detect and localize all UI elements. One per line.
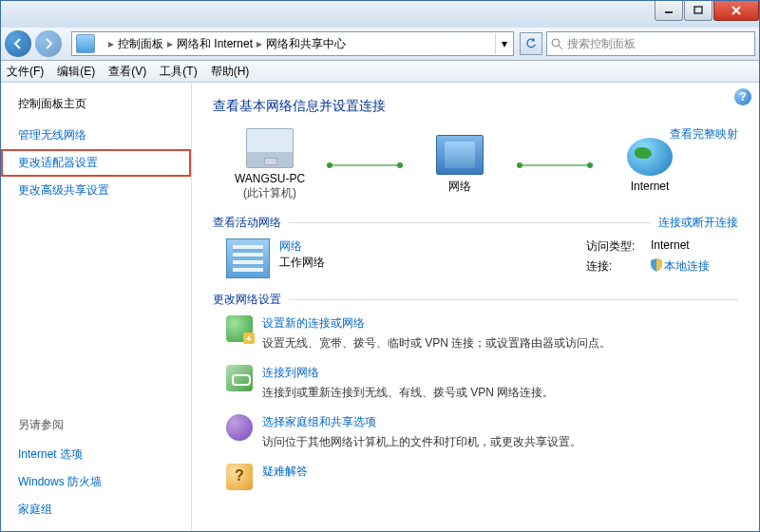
page-title: 查看基本网络信息并设置连接 [213,98,738,115]
local-connection-link[interactable]: 本地连接 [651,258,710,275]
globe-icon [627,138,673,176]
active-networks-section: 查看活动网络连接或断开连接 网络 工作网络 访问类型:Internet 连接:本… [213,215,738,278]
svg-rect-1 [694,7,702,13]
task-new-connection[interactable]: 设置新的连接或网络设置无线、宽带、拨号、临时或 VPN 连接；或设置路由器或访问… [226,315,738,352]
forward-button[interactable] [35,30,62,57]
sidebar: 控制面板主页 管理无线网络 更改适配器设置 更改高级共享设置 另请参阅 Inte… [1,83,192,531]
control-panel-icon [76,34,95,53]
refresh-button[interactable] [520,32,542,55]
change-settings-header: 更改网络设置 [213,292,281,308]
change-settings-section: 更改网络设置 设置新的连接或网络设置无线、宽带、拨号、临时或 VPN 连接；或设… [213,292,738,490]
link-line [517,164,593,166]
menubar: 文件(F) 编辑(E) 查看(V) 工具(T) 帮助(H) [1,61,759,83]
sidebar-item-wireless[interactable]: 管理无线网络 [1,122,191,149]
address-bar[interactable]: ▸控制面板▸网络和 Internet▸网络和共享中心 ▾ [71,31,514,56]
menu-edit[interactable]: 编辑(E) [57,64,95,80]
svg-point-4 [552,39,560,47]
sidebar-seealso-firewall[interactable]: Windows 防火墙 [1,468,191,496]
active-network-row: 网络 工作网络 访问类型:Internet 连接:本地连接 [213,238,738,278]
sidebar-seealso-internet-options[interactable]: Internet 选项 [1,441,191,468]
work-network-icon [226,238,270,278]
svg-line-5 [559,46,562,49]
active-network-type[interactable]: 工作网络 [279,255,325,271]
new-connection-icon [226,315,253,342]
homegroup-icon [226,414,253,441]
search-icon [551,38,563,50]
active-networks-header: 查看活动网络 [213,215,281,231]
menu-help[interactable]: 帮助(H) [211,64,250,80]
node-network: 网络 [403,135,517,195]
active-network-name[interactable]: 网络 [279,238,325,255]
body: 控制面板主页 管理无线网络 更改适配器设置 更改高级共享设置 另请参阅 Inte… [1,83,759,531]
active-network-props: 访问类型:Internet 连接:本地连接 [586,238,710,278]
full-map-link[interactable]: 查看完整映射 [670,126,738,142]
control-panel-home-link[interactable]: 控制面板主页 [1,96,191,122]
sidebar-item-adapter-settings[interactable]: 更改适配器设置 [1,149,191,177]
node-internet: Internet [593,138,707,193]
shield-icon [651,258,662,272]
window: ▸控制面板▸网络和 Internet▸网络和共享中心 ▾ 搜索控制面板 文件(F… [0,0,760,532]
troubleshoot-icon [226,464,253,490]
sidebar-item-advanced-sharing[interactable]: 更改高级共享设置 [1,177,191,204]
connect-disconnect-link[interactable]: 连接或断开连接 [658,215,738,231]
address-dropdown[interactable]: ▾ [495,33,513,54]
help-icon[interactable]: ? [734,88,751,105]
menu-tools[interactable]: 工具(T) [160,64,197,80]
task-troubleshoot[interactable]: 疑难解答 [226,464,738,490]
menu-view[interactable]: 查看(V) [108,64,146,80]
back-button[interactable] [5,30,31,57]
connect-network-icon [226,365,253,391]
node-this-pc: WANGSU-PC (此计算机) [213,128,327,201]
menu-file[interactable]: 文件(F) [7,64,44,80]
task-homegroup-sharing[interactable]: 选择家庭组和共享选项访问位于其他网络计算机上的文件和打印机，或更改共享设置。 [226,414,738,450]
pc-icon [246,128,294,168]
search-input[interactable]: 搜索控制面板 [546,31,755,56]
breadcrumb: ▸控制面板▸网络和 Internet▸网络和共享中心 [99,36,352,52]
sidebar-seealso-homegroup[interactable]: 家庭组 [1,496,191,531]
maximize-button[interactable] [684,1,712,21]
navbar: ▸控制面板▸网络和 Internet▸网络和共享中心 ▾ 搜索控制面板 [1,28,759,61]
network-hub-icon [436,135,484,175]
link-line [327,164,403,166]
network-map: WANGSU-PC (此计算机) 网络 Internet [213,128,738,201]
minimize-button[interactable] [655,1,683,21]
task-connect-network[interactable]: 连接到网络连接到或重新连接到无线、有线、拨号或 VPN 网络连接。 [226,365,738,401]
titlebar [1,1,759,28]
close-button[interactable] [713,1,759,21]
see-also-header: 另请参阅 [1,417,191,441]
main: ? 查看基本网络信息并设置连接 查看完整映射 WANGSU-PC (此计算机) … [192,83,759,531]
